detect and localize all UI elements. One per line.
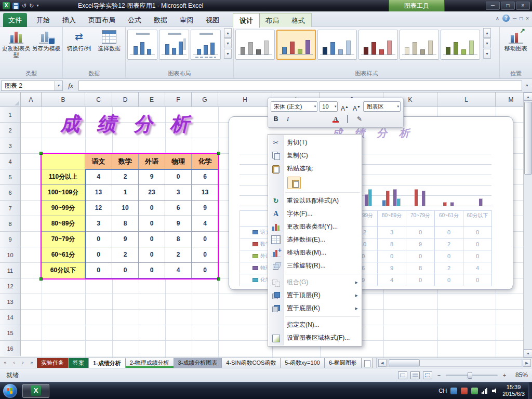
gallery-up-icon[interactable]: ▴ [483,28,491,38]
input-method-icon[interactable] [450,388,457,394]
chart-style-4[interactable] [358,30,398,60]
chart-bar-物理-60分以下[interactable] [479,198,482,206]
range-label-60分以下[interactable]: 60分以下 [42,263,85,278]
scroll-left-icon[interactable]: ◀ [378,359,387,367]
name-box-dropdown-icon[interactable]: ▾ [55,81,63,91]
column-header-F[interactable]: F [165,92,192,107]
menu-item-send-to-back[interactable]: 置于底层(K)▶ [269,302,361,315]
redo-icon[interactable]: ↻ [29,2,34,9]
selection-handle[interactable] [39,277,43,281]
subject-header-语文[interactable]: 语文 [85,154,112,169]
score-cell[interactable]: 0 [139,247,165,263]
score-cell[interactable]: 9 [165,216,192,232]
sheet-tab-4-SIN函数COS函数[interactable]: 4-SIN函数COS函数 [222,358,281,368]
score-cell[interactable]: 9 [139,169,165,185]
language-indicator[interactable]: CH [438,388,447,394]
gallery-more-icon[interactable]: ▾ [483,49,491,59]
font-name-combo[interactable]: 宋体 (正文)▾ [271,101,317,112]
sheet-tab-答案[interactable]: 答案 [69,358,89,368]
gallery-down-icon[interactable]: ▾ [224,38,232,48]
score-cell[interactable]: 8 [112,216,139,232]
font-color-button[interactable]: A [330,114,341,124]
insert-function-icon[interactable]: fx [63,82,78,90]
network-icon[interactable] [482,388,488,394]
chart-layout-2[interactable] [159,30,189,60]
row-header-4[interactable]: 4 [0,154,21,169]
score-cell[interactable]: 0 [165,169,192,185]
vertical-scroll-thumb[interactable] [524,102,532,175]
vertical-scrollbar[interactable]: ▲ ▼ [523,92,532,357]
score-cell[interactable]: 13 [192,185,218,201]
menu-item-rotate-3d[interactable]: 三维旋转(R)... [269,259,361,272]
score-cell[interactable]: 8 [165,232,192,247]
align-right-button[interactable] [318,114,329,124]
insert-worksheet-icon[interactable] [362,358,373,368]
move-chart-button[interactable]: 移动图表 [501,28,530,66]
score-cell[interactable]: 1 [112,185,139,201]
chart-style-3[interactable] [317,30,357,60]
name-box[interactable]: 图表 2 [1,81,55,91]
excel-app-icon[interactable]: X [3,2,10,9]
bold-button[interactable]: B [271,114,281,124]
selection-handle[interactable] [39,152,43,155]
sheet-tab-6-椭圆图形[interactable]: 6-椭圆图形 [325,358,362,368]
row-header-10[interactable]: 10 [0,247,21,263]
score-cell[interactable]: 0 [139,263,165,278]
menu-item-select-data[interactable]: 选择数据(E)... [269,233,361,246]
zoom-in-icon[interactable]: + [501,371,508,379]
score-cell[interactable]: 6 [165,201,192,216]
align-center-button[interactable] [307,114,317,124]
column-header-A[interactable]: A [21,92,42,107]
chart-bar-物理-70~79分[interactable] [422,191,425,206]
horizontal-scroll-track[interactable] [387,359,522,367]
sheet-tab-3-成绩分析图表[interactable]: 3-成绩分析图表 [174,358,222,368]
app-tray-icon[interactable] [471,388,478,394]
format-painter-button[interactable] [366,114,377,124]
column-header-C[interactable]: C [85,92,112,107]
chart-bar-化学-90~99分[interactable] [368,189,371,206]
last-sheet-icon[interactable]: » [28,359,35,367]
volume-icon[interactable] [492,388,499,394]
chart-style-2[interactable] [276,30,316,60]
shrink-font-button[interactable]: A▼ [351,101,362,112]
scroll-down-icon[interactable]: ▼ [524,349,532,357]
tab-插入[interactable]: 插入 [56,13,82,27]
zoom-slider-thumb[interactable] [468,372,472,379]
chart-style-5[interactable] [400,30,439,60]
menu-item-move-chart[interactable]: 移动图表(M)... [269,246,361,259]
column-header-L[interactable]: L [437,92,496,107]
row-header-8[interactable]: 8 [0,216,21,232]
chart-bar-数学-60~61分[interactable] [443,202,446,206]
change-chart-type-button[interactable]: 更改图表类型 [2,28,31,66]
normal-view-icon[interactable] [398,371,407,379]
score-cell[interactable]: 3 [165,185,192,201]
range-label-60~61分[interactable]: 60~61分 [42,247,85,263]
align-left-button[interactable] [295,114,305,124]
chart-layout-3[interactable] [191,30,221,60]
score-cell[interactable]: 0 [192,263,218,278]
column-header-G[interactable]: G [192,92,218,107]
border-pen-button[interactable]: ✎ [354,114,365,124]
tab-页面布局[interactable]: 页面布局 [82,13,122,27]
row-header-15[interactable]: 15 [0,325,21,341]
formula-bar-expand-icon[interactable]: ▾ [523,81,531,91]
zoom-out-icon[interactable]: − [435,371,443,379]
row-header-12[interactable]: 12 [0,278,21,294]
score-cell[interactable]: 4 [165,263,192,278]
tab-数据[interactable]: 数据 [148,13,174,27]
fill-color-button[interactable] [342,114,353,124]
subject-header-物理[interactable]: 物理 [165,154,192,169]
sheet-tab-2-物理成绩分析[interactable]: 2-物理成绩分析 [126,358,174,368]
taskbar-clock[interactable]: 15:39 2015/6/3 [502,384,525,397]
gallery-down-icon[interactable]: ▾ [483,38,491,48]
column-header-B[interactable]: B [42,92,85,107]
score-cell[interactable]: 13 [85,185,112,201]
doc-restore-icon[interactable]: □ [520,16,523,21]
menu-item-font[interactable]: 字体(F)... [269,207,361,220]
qat-dropdown-icon[interactable]: ▾ [36,2,38,9]
range-label-100~109分[interactable]: 100~109分 [42,185,85,201]
chart-bar-数学-70~79分[interactable] [415,189,418,206]
tab-设计[interactable]: 设计 [233,13,260,28]
security-tray-icon[interactable] [461,388,468,394]
score-cell[interactable]: 12 [85,201,112,216]
